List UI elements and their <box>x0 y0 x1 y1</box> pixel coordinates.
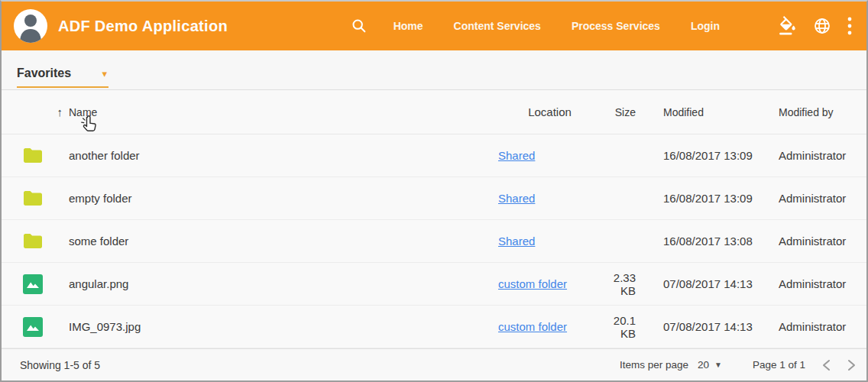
file-name: IMG_0973.jpg <box>69 320 498 333</box>
chevron-down-icon: ▾ <box>102 69 107 79</box>
nav-item-home[interactable]: Home <box>394 20 423 32</box>
table-row[interactable]: empty folder Shared 16/08/2017 13:09 Adm… <box>2 177 866 220</box>
chevron-down-icon: ▼ <box>714 361 722 369</box>
previous-page-button[interactable] <box>822 359 831 371</box>
favorites-dropdown[interactable]: Favorites ▾ <box>17 66 108 88</box>
column-header-size[interactable]: Size <box>601 106 643 118</box>
table-row[interactable]: some folder Shared 16/08/2017 13:08 Admi… <box>2 220 866 263</box>
items-per-page-select[interactable]: 20 ▼ <box>698 359 722 371</box>
modified-by: Administrator <box>778 149 866 162</box>
modified-by: Administrator <box>778 277 866 290</box>
folder-icon <box>2 233 69 249</box>
nav-item-process-services[interactable]: Process Services <box>572 20 660 32</box>
page-indicator-label: Page 1 of 1 <box>753 359 805 371</box>
location-link[interactable]: custom folder <box>498 320 567 333</box>
modified-date: 16/08/2017 13:09 <box>643 192 778 205</box>
header-nav: Home Content Services Process Services L… <box>351 16 853 36</box>
column-header-modified[interactable]: Modified <box>643 106 778 118</box>
modified-date: 07/08/2017 14:13 <box>643 277 778 290</box>
column-header-modified-by[interactable]: Modified by <box>778 106 866 118</box>
pagination-controls: Items per page 20 ▼ Page 1 of 1 <box>620 359 856 371</box>
modified-date: 16/08/2017 13:09 <box>643 149 778 162</box>
table-row[interactable]: another folder Shared 16/08/2017 13:09 A… <box>2 134 866 177</box>
file-size: 20.1 KB <box>601 314 643 340</box>
location-link[interactable]: Shared <box>498 192 535 205</box>
location-link[interactable]: Shared <box>498 149 535 162</box>
app-title: ADF Demo Application <box>58 18 228 35</box>
view-toolbar: Favorites ▾ <box>2 50 866 90</box>
folder-icon <box>2 190 69 206</box>
table-row[interactable]: IMG_0973.jpg custom folder 20.1 KB 07/08… <box>2 306 866 348</box>
column-header-name[interactable]: Name <box>69 106 498 118</box>
image-file-icon <box>2 274 69 294</box>
next-page-button[interactable] <box>847 359 856 371</box>
table-row[interactable]: angular.png custom folder 2.33 KB 07/08/… <box>2 263 866 306</box>
favorites-label: Favorites <box>17 66 71 80</box>
table-header-row: ↑ Name Location Size Modified Modified b… <box>2 90 866 134</box>
modified-date: 16/08/2017 13:08 <box>643 235 778 248</box>
pagination-footer: Showing 1-5 of 5 Items per page 20 ▼ Pag… <box>2 348 866 380</box>
file-size: 2.33 KB <box>601 271 643 297</box>
theme-color-fill-icon[interactable] <box>778 16 798 36</box>
file-name: some folder <box>69 235 498 248</box>
items-per-page-label: Items per page <box>620 359 688 371</box>
nav-item-content-services[interactable]: Content Services <box>454 20 541 32</box>
file-name: empty folder <box>69 192 498 205</box>
image-file-icon <box>2 317 69 337</box>
kebab-menu-icon[interactable] <box>847 16 853 36</box>
nav-item-login[interactable]: Login <box>691 20 720 32</box>
app-header: ADF Demo Application Home Content Servic… <box>2 2 866 50</box>
modified-by: Administrator <box>778 235 866 248</box>
location-link[interactable]: Shared <box>498 235 535 248</box>
items-per-page-value: 20 <box>698 359 709 371</box>
file-name: angular.png <box>69 277 498 290</box>
document-list: ↑ Name Location Size Modified Modified b… <box>2 90 866 348</box>
file-name: another folder <box>69 149 498 162</box>
location-link[interactable]: custom folder <box>498 277 567 290</box>
sort-ascending-icon[interactable]: ↑ <box>2 105 69 118</box>
modified-by: Administrator <box>778 320 866 333</box>
search-icon[interactable] <box>351 18 368 34</box>
showing-range-label: Showing 1-5 of 5 <box>20 359 100 371</box>
avatar <box>14 9 47 43</box>
language-globe-icon[interactable] <box>813 17 831 35</box>
modified-by: Administrator <box>778 192 866 205</box>
column-header-location[interactable]: Location <box>498 105 601 118</box>
app-window: ADF Demo Application Home Content Servic… <box>0 0 868 382</box>
person-icon <box>14 9 47 43</box>
folder-icon <box>2 147 69 163</box>
modified-date: 07/08/2017 14:13 <box>643 320 778 333</box>
